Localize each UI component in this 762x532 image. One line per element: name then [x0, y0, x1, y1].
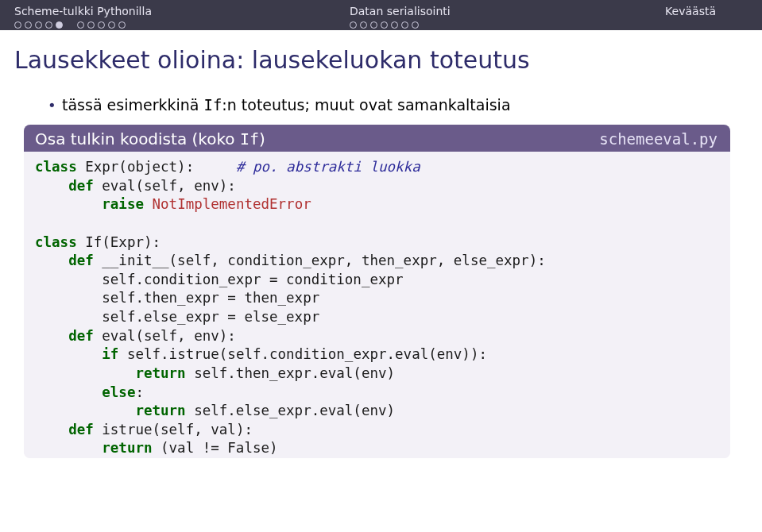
slide-content: • tässä esimerkkinä If:n toteutus; muut …: [0, 96, 762, 458]
progress-bullet[interactable]: [401, 21, 408, 29]
bullet-dot: •: [48, 97, 62, 114]
code-block: Osa tulkin koodista (koko If) schemeeval…: [24, 125, 730, 458]
code-block-header: Osa tulkin koodista (koko If) schemeeval…: [24, 125, 730, 152]
slide-title: Lausekkeet olioina: lausekeluokan toteut…: [0, 30, 762, 80]
progress-bullet[interactable]: [77, 21, 84, 29]
nav-section-right[interactable]: Keväästä: [665, 5, 716, 17]
code-listing: class Expr(object): # po. abstrakti luok…: [24, 152, 730, 458]
nav-middle-label: Datan serialisointi: [350, 5, 451, 17]
progress-bullet[interactable]: [391, 21, 398, 29]
progress-bullet[interactable]: [45, 21, 52, 29]
nav-section-middle[interactable]: Datan serialisointi: [350, 5, 451, 29]
progress-bullet[interactable]: [98, 21, 105, 29]
nav-right-label: Keväästä: [665, 5, 716, 17]
progress-bullet[interactable]: [360, 21, 367, 29]
code-block-title: Osa tulkin koodista (koko If): [35, 129, 265, 148]
bullet-item: • tässä esimerkkinä If:n toteutus; muut …: [48, 96, 730, 114]
nav-bar: Scheme-tulkki Pythonilla Datan serialiso…: [0, 0, 762, 30]
progress-bullet[interactable]: [370, 21, 377, 29]
progress-bullet[interactable]: [56, 21, 63, 29]
nav-middle-bullets: [350, 21, 451, 29]
progress-bullet[interactable]: [108, 21, 115, 29]
progress-bullet[interactable]: [381, 21, 388, 29]
progress-bullet[interactable]: [25, 21, 32, 29]
progress-bullet[interactable]: [350, 21, 357, 29]
nav-section-left[interactable]: Scheme-tulkki Pythonilla: [14, 5, 152, 29]
progress-bullet[interactable]: [118, 21, 126, 29]
code-block-filename: schemeeval.py: [599, 130, 718, 148]
progress-bullet[interactable]: [35, 21, 42, 29]
progress-bullet[interactable]: [412, 21, 419, 29]
nav-left-bullets: [14, 21, 152, 29]
bullet-text: tässä esimerkkinä If:n toteutus; muut ov…: [62, 96, 511, 114]
progress-bullet[interactable]: [14, 21, 21, 29]
progress-bullet[interactable]: [87, 21, 95, 29]
nav-left-label: Scheme-tulkki Pythonilla: [14, 5, 152, 17]
